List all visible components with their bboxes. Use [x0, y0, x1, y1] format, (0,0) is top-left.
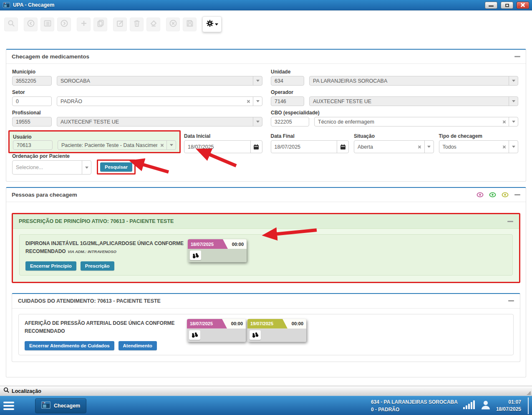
chevron-down-icon[interactable]: [166, 141, 176, 149]
data-final-label: Data Final: [271, 133, 349, 139]
clear-icon[interactable]: [415, 141, 424, 153]
clear-icon[interactable]: [157, 141, 166, 149]
user-icon[interactable]: [480, 400, 491, 412]
chevron-down-icon: [509, 76, 518, 85]
copy-icon: [97, 20, 104, 29]
add-button[interactable]: [77, 18, 91, 31]
results-panel-header: Pessoas para checagem: [6, 188, 526, 202]
save-button[interactable]: [183, 18, 197, 31]
eye-pink-icon[interactable]: [477, 192, 484, 198]
chevron-down-icon: [253, 76, 262, 85]
data-inicial-input[interactable]: 18/07/2025: [184, 140, 262, 153]
filters-form: Município 3552205 SOROCABA Unidade 634 P…: [6, 64, 526, 181]
clear-icon[interactable]: [244, 97, 253, 106]
taskbar: Checagem 634 - PA LARANJEIRAS SOROCABA 0…: [0, 396, 532, 415]
save-icon: [186, 20, 194, 29]
cancel-icon: [169, 20, 177, 29]
setor-code-field[interactable]: 0: [12, 96, 52, 106]
eraser-button[interactable]: [146, 18, 160, 31]
resize-grip[interactable]: [527, 391, 531, 395]
prescricao-button[interactable]: Prescrição: [81, 261, 114, 271]
list-button[interactable]: [40, 18, 54, 31]
operador-select: AUXTECENF TESTE UE: [309, 96, 518, 106]
taskbar-sector: 0 - PADRÃO: [371, 407, 399, 412]
prescription-panel-title: PRESCRIÇÃO DE PRINCÍPIO ATIVO: 70613 - P…: [19, 218, 502, 224]
situacao-select[interactable]: Aberta: [354, 140, 434, 153]
chevron-down-icon[interactable]: [82, 161, 91, 174]
previous-button[interactable]: [24, 18, 38, 31]
maximize-button[interactable]: [501, 2, 513, 9]
title-bar: UPA - Checagem: [0, 0, 532, 10]
calendar-icon[interactable]: [337, 141, 348, 153]
eye-olive-icon[interactable]: [502, 192, 509, 198]
results-body: PRESCRIÇÃO DE PRINCÍPIO ATIVO: 70613 - P…: [6, 202, 526, 377]
settings-menu-button[interactable]: [202, 16, 222, 32]
municipio-label: Município: [12, 69, 262, 75]
copy-button[interactable]: [93, 18, 107, 31]
task-button-checagem[interactable]: Checagem: [35, 398, 86, 413]
pesquisar-annotation-box: Pesquisar: [97, 159, 136, 175]
operador-code-field: 7146: [271, 96, 304, 106]
tipo-checagem-select[interactable]: Todos: [439, 140, 519, 153]
binoculars-button[interactable]: [189, 330, 200, 340]
encerrar-atendimento-button[interactable]: Encerrar Atendimento de Cuidados: [25, 341, 114, 350]
edit-icon: [116, 20, 124, 29]
calendar-icon[interactable]: [250, 141, 262, 153]
data-inicial-label: Data Inicial: [184, 133, 262, 139]
collapse-icon[interactable]: [508, 300, 514, 301]
prescription-panel: PRESCRIÇÃO DE PRINCÍPIO ATIVO: 70613 - P…: [12, 213, 520, 283]
profissional-code-field: 19555: [12, 117, 52, 127]
task-label: Checagem: [54, 403, 80, 409]
filters-panel-header: Checagem de medicamentos: [6, 50, 526, 64]
chevron-down-icon[interactable]: [509, 141, 518, 153]
collapse-icon[interactable]: [514, 194, 520, 195]
chevron-down-icon[interactable]: [424, 141, 434, 153]
taskbar-unit-info: 634 - PA LARANJEIRAS SOROCABA 0 - PADRÃO: [371, 398, 458, 413]
profissional-select: AUXTECENF TESTE UE: [57, 117, 262, 127]
cbo-code-field[interactable]: 322205: [271, 117, 309, 127]
prescription-panel-header: PRESCRIÇÃO DE PRINCÍPIO ATIVO: 70613 - P…: [13, 214, 519, 229]
results-panel-title: Pessoas para checagem: [12, 192, 471, 198]
chevron-down-icon[interactable]: [253, 97, 262, 106]
cbo-label: CBO (especialidade): [271, 110, 518, 116]
taskbar-separator: [528, 397, 529, 414]
collapse-icon[interactable]: [514, 56, 520, 57]
ordenacao-select[interactable]: Selecione...: [12, 160, 91, 175]
collapse-icon[interactable]: [507, 221, 513, 222]
close-button[interactable]: [517, 2, 529, 9]
location-bar: Localização: [0, 386, 532, 396]
search-toolbar-button[interactable]: [4, 18, 18, 31]
menu-icon[interactable]: [3, 402, 16, 410]
setor-select[interactable]: PADRÃO: [57, 96, 262, 106]
cancel-button[interactable]: [166, 18, 180, 31]
usuario-code-field[interactable]: 70613: [13, 140, 53, 150]
binoculars-button[interactable]: [190, 251, 201, 260]
unidade-code-field: 634: [271, 76, 304, 86]
municipio-code-field: 3552205: [12, 76, 52, 86]
usuario-select[interactable]: Paciente: Paciente Teste - Data Nascimen…: [58, 140, 176, 150]
check-chip: 18/07/2025 00:00: [188, 239, 247, 262]
delete-button[interactable]: [130, 18, 144, 31]
taskbar-time: 01:07: [508, 399, 521, 405]
binoculars-button[interactable]: [250, 330, 261, 340]
chevron-down-icon[interactable]: [509, 117, 518, 126]
chip-date-tab: 19/07/2025: [247, 319, 287, 329]
atendimento-button[interactable]: Atendimento: [119, 341, 157, 350]
care-item-card: AFERIÇÃO DE PRESSÃO ARTERIAL DOSE ÚNICA …: [18, 314, 514, 355]
clear-icon[interactable]: [499, 141, 509, 153]
care-panel: CUIDADOS DO ATENDIMENTO: 70613 - PACIENT…: [12, 293, 520, 362]
encerrar-principio-button[interactable]: Encerrar Princípio: [25, 261, 76, 271]
pesquisar-button[interactable]: Pesquisar: [100, 162, 132, 172]
clear-icon[interactable]: [499, 117, 509, 126]
next-button[interactable]: [57, 18, 71, 31]
edit-button[interactable]: [113, 18, 127, 31]
setor-label: Setor: [12, 89, 262, 95]
minimize-button[interactable]: [485, 2, 497, 9]
search-icon: [3, 387, 10, 395]
chevron-down-icon: [215, 23, 218, 25]
cbo-select[interactable]: Técnico de enfermagem: [314, 117, 518, 127]
chip-time: 00:00: [227, 319, 246, 329]
data-final-input[interactable]: 18/07/2025: [271, 140, 349, 153]
profissional-label: Profissional: [12, 110, 262, 116]
eye-green-icon[interactable]: [489, 192, 496, 198]
